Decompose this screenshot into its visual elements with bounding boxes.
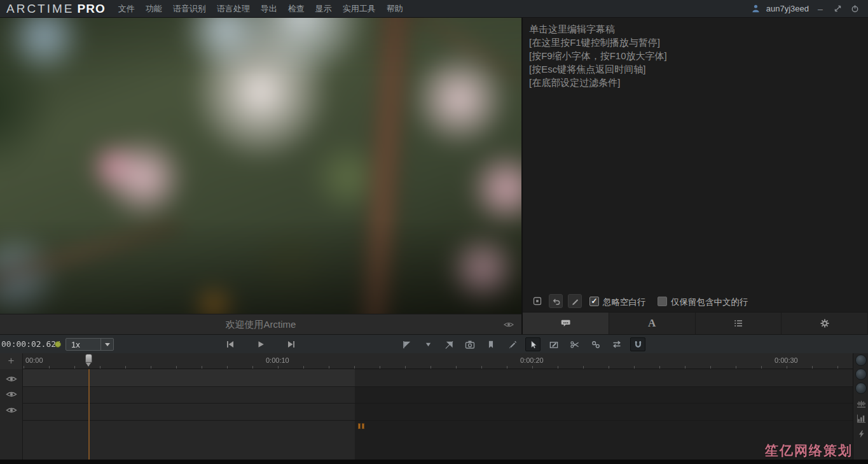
edit-block-icon[interactable] [546, 337, 561, 351]
playhead-grip[interactable] [85, 354, 92, 363]
ruler-tick [202, 366, 202, 369]
swap-arrows-icon[interactable] [609, 337, 624, 351]
caption-bar: 欢迎使用Arctime [0, 314, 521, 334]
play-button[interactable] [253, 337, 268, 351]
track-divider [23, 420, 853, 421]
logo-pro: PRO [78, 2, 106, 16]
marker-pen-icon[interactable] [504, 337, 520, 351]
ruler-tick [329, 366, 329, 369]
playback-speed-dropdown[interactable]: 1x [65, 338, 114, 351]
ignore-blank-lines-checkbox[interactable]: ✓ [589, 297, 599, 306]
ruler-tick [507, 366, 507, 369]
link-icon[interactable] [588, 337, 603, 351]
track1-visibility-eye-icon[interactable] [6, 375, 17, 383]
caption-visibility-eye-icon[interactable] [504, 321, 514, 328]
undo-icon[interactable] [549, 294, 563, 308]
dropdown-arrow-icon[interactable] [100, 339, 113, 350]
subtitle-clip-marker[interactable] [362, 423, 364, 429]
menu-item[interactable]: 检查 [288, 3, 305, 15]
timeline: + 00:000:00:100:00:200:00:30 [0, 353, 868, 460]
subtitle-text-area[interactable]: 单击这里编辑字幕稿[在这里按F1键控制播放与暂停][按F9缩小字体，按F10放大… [523, 18, 868, 89]
ruler-tick [278, 366, 279, 369]
skip-to-start-button[interactable] [223, 337, 238, 351]
bottom-scrollbar-strip[interactable] [0, 460, 868, 464]
username-label: aun7yj3eed [766, 4, 809, 13]
track-divider [23, 386, 853, 387]
ruler-label: 0:00:10 [266, 356, 289, 364]
ruler-tick [354, 366, 355, 369]
knob-icon-2[interactable] [855, 369, 867, 380]
menu-item[interactable]: 显示 [315, 3, 332, 15]
select-tool-cursor-icon[interactable] [525, 337, 541, 351]
font-style-icon: A [648, 317, 656, 330]
ruler-tick [24, 366, 24, 369]
subtitle-line[interactable]: [在这里按F1键控制播放与暂停] [529, 36, 868, 49]
ruler-tick [100, 366, 100, 369]
list-icon [733, 318, 743, 328]
tab-list[interactable] [696, 312, 782, 334]
menu-item[interactable]: 语音识别 [173, 3, 206, 15]
camera-icon[interactable] [462, 337, 478, 351]
ruler-tick [609, 366, 609, 369]
minimize-button[interactable]: – [815, 3, 826, 15]
ignore-blank-lines-label: 忽略空白行 [603, 297, 646, 308]
ruler-tick [252, 366, 253, 369]
user-icon [751, 4, 761, 13]
menu-item[interactable]: 导出 [261, 3, 277, 15]
pencil-icon[interactable] [568, 294, 582, 308]
menu-item[interactable]: 帮助 [387, 3, 403, 15]
add-track-button[interactable]: + [0, 353, 23, 369]
power-close-icon[interactable] [849, 3, 860, 15]
menu-item[interactable]: 文件 [118, 3, 135, 15]
bar-chart-icon[interactable] [856, 413, 866, 423]
subtitle-line[interactable]: [按F9缩小字体，按F10放大字体] [529, 49, 868, 62]
ruler-tick [685, 366, 685, 369]
ruler-tick [558, 366, 558, 369]
ruler-tick [837, 366, 838, 369]
main-menu: 文件功能语音识别语言处理导出检查显示实用工具帮助 [118, 3, 403, 15]
ruler-tick [583, 366, 584, 369]
ruler-label: 00:00 [25, 356, 43, 364]
skip-to-end-button[interactable] [284, 337, 299, 351]
tab-style[interactable]: A [609, 312, 696, 334]
ruler-tick [761, 366, 762, 369]
speed-value: 1x [66, 340, 100, 349]
scissors-icon[interactable] [567, 337, 582, 351]
chinese-only-checkbox[interactable] [658, 297, 667, 306]
ruler-tick [481, 366, 482, 369]
timeline-tracks[interactable] [0, 369, 853, 460]
knob-icon-3[interactable] [855, 383, 867, 394]
ruler-tick [380, 366, 380, 369]
maximize-icon[interactable] [832, 3, 843, 15]
tab-subtitles[interactable] [523, 312, 609, 334]
knob-icon-1[interactable] [855, 355, 867, 366]
playhead-line[interactable] [88, 369, 90, 460]
waveform-icon[interactable] [856, 398, 866, 409]
speech-bubble-icon [560, 318, 571, 328]
video-preview[interactable] [0, 18, 521, 314]
track3-visibility-eye-icon[interactable] [6, 406, 17, 414]
ruler-tick [431, 366, 431, 369]
ruler-tick [659, 366, 660, 369]
magnet-snap-icon[interactable] [630, 337, 645, 351]
lightning-icon[interactable] [856, 429, 866, 439]
track2-visibility-eye-icon[interactable] [6, 390, 17, 398]
ruler-tick [303, 366, 304, 369]
tab-settings[interactable] [782, 312, 868, 334]
down-triangle-icon[interactable] [420, 337, 436, 351]
bookmark-icon[interactable] [483, 337, 499, 351]
subtitle-line[interactable]: 单击这里编辑字幕稿 [529, 22, 868, 36]
menu-item[interactable]: 功能 [146, 3, 162, 15]
ruler-tick [456, 366, 457, 369]
menu-item[interactable]: 语言处理 [217, 3, 250, 15]
timeline-ruler[interactable]: + 00:000:00:100:00:200:00:30 [0, 353, 853, 369]
subtitle-clip-marker[interactable] [358, 423, 361, 429]
insert-box-icon[interactable] [530, 294, 544, 308]
subtitle-line[interactable]: [在底部设定过滤条件] [529, 76, 868, 89]
video-vignette [0, 18, 521, 314]
subtitle-line[interactable]: [按Esc键将焦点返回时间轴] [529, 62, 868, 76]
out-point-flag-icon[interactable] [441, 337, 457, 351]
timeline-right-toolbar [853, 353, 868, 460]
menu-item[interactable]: 实用工具 [343, 3, 376, 15]
in-point-flag-icon[interactable] [399, 337, 415, 351]
